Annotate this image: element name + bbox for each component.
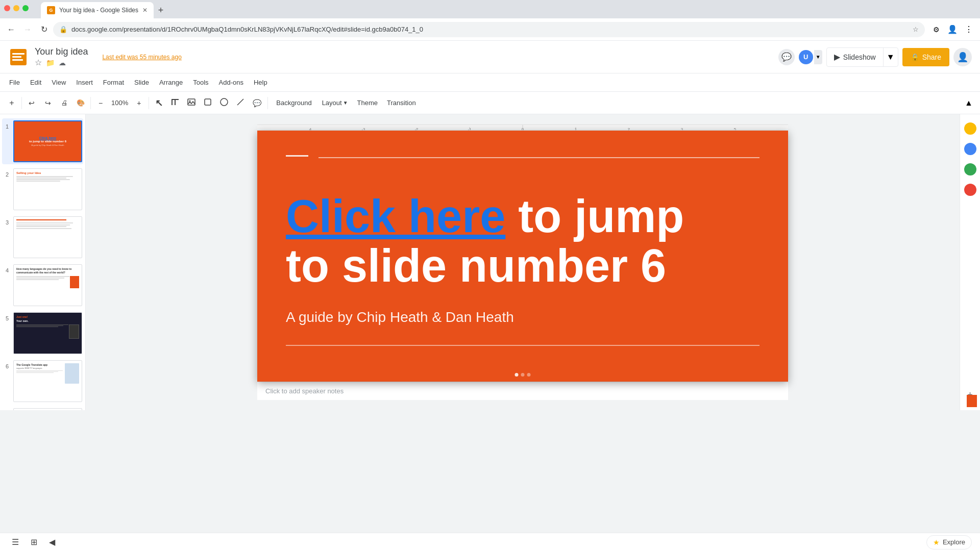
toolbar-text-btn[interactable] bbox=[167, 95, 183, 111]
cloud-icon[interactable]: ☁ bbox=[59, 59, 66, 67]
close-window-btn[interactable] bbox=[4, 5, 10, 11]
slide-link-text[interactable]: Click here bbox=[286, 191, 505, 242]
comment-icon[interactable]: 💬 bbox=[778, 49, 795, 65]
background-btn[interactable]: Background bbox=[271, 95, 316, 111]
address-bar[interactable]: 🔒 docs.google.com/presentation/d/1ROchrv… bbox=[53, 22, 925, 37]
slideshow-btn[interactable]: ▶ Slideshow bbox=[827, 48, 884, 66]
slide-thumb-3[interactable]: 3 bbox=[2, 214, 83, 260]
star-icon[interactable]: ☆ bbox=[913, 26, 919, 33]
star-favorite-icon[interactable]: ☆ bbox=[35, 58, 42, 67]
separator-3 bbox=[149, 97, 149, 109]
toolbar-zoom-in-btn[interactable]: + bbox=[131, 95, 146, 111]
slide-thumb-5[interactable]: 5 Just one! Your own. bbox=[2, 310, 83, 356]
svg-rect-7 bbox=[188, 99, 195, 105]
extensions-icon[interactable]: ⚙ bbox=[929, 22, 943, 37]
menu-tools[interactable]: Tools bbox=[188, 76, 213, 90]
profile-icon[interactable]: 👤 bbox=[945, 22, 960, 37]
view-grid-btn[interactable]: ⊞ bbox=[27, 535, 41, 549]
last-edit-label[interactable]: Last edit was 55 minutes ago bbox=[102, 54, 181, 61]
right-sidebar: + bbox=[960, 114, 980, 410]
new-tab-btn[interactable]: + bbox=[154, 3, 168, 17]
svg-point-10 bbox=[220, 98, 228, 106]
menu-format[interactable]: Format bbox=[98, 76, 129, 90]
slide-main-text-block: Click here to jump to slide number 6 bbox=[286, 192, 760, 291]
background-label: Background bbox=[276, 99, 311, 107]
canvas-area: 0 -1 1 -2 2 -3 3 4 5 Click here to ju bbox=[86, 114, 960, 410]
svg-text:1: 1 bbox=[575, 127, 577, 131]
toolbar-shape-btn[interactable] bbox=[200, 95, 215, 111]
view-list-btn[interactable]: ☰ bbox=[8, 535, 22, 549]
toolbar-collapse-btn[interactable]: ▲ bbox=[962, 96, 976, 110]
slide-subtitle: A guide by Chip Heath & Dan Heath bbox=[286, 309, 514, 325]
separator-4 bbox=[267, 97, 268, 109]
menu-slide[interactable]: Slide bbox=[129, 76, 154, 90]
chrome-menu-icon[interactable]: ⋮ bbox=[962, 22, 976, 37]
layout-arrow-icon: ▼ bbox=[343, 100, 348, 106]
svg-rect-9 bbox=[205, 99, 211, 105]
app-logo bbox=[8, 47, 29, 67]
toolbar-print-btn[interactable]: 🖨 bbox=[57, 95, 72, 111]
menu-insert[interactable]: Insert bbox=[71, 76, 98, 90]
explore-label: Explore bbox=[943, 538, 965, 546]
toolbar-line-btn[interactable] bbox=[233, 95, 248, 111]
slide-thumb-4[interactable]: 4 How many languages do you need to know… bbox=[2, 262, 83, 308]
toolbar-zoom-out-btn[interactable]: − bbox=[93, 95, 108, 111]
maximize-window-btn[interactable] bbox=[22, 5, 29, 11]
explore-btn[interactable]: ★ Explore bbox=[926, 535, 972, 549]
sidebar-dot-blue[interactable] bbox=[964, 143, 976, 155]
svg-rect-1 bbox=[12, 53, 24, 55]
toolbar-redo-btn[interactable]: ↪ bbox=[40, 95, 56, 111]
slideshow-dropdown-btn[interactable]: ▼ bbox=[884, 48, 898, 66]
browser-tab[interactable]: G Your big idea - Google Slides ✕ bbox=[41, 2, 154, 18]
slide-thumb-6[interactable]: 6 The Google Translate app supports NINE… bbox=[2, 358, 83, 404]
slide-to-jump: to jump bbox=[505, 191, 684, 242]
layout-label: Layout bbox=[322, 99, 342, 107]
menu-view[interactable]: View bbox=[46, 76, 71, 90]
layout-btn[interactable]: Layout ▼ bbox=[318, 95, 352, 111]
nav-dot bbox=[515, 373, 519, 377]
svg-rect-6 bbox=[175, 99, 176, 105]
toolbar-add-btn[interactable]: + bbox=[4, 95, 19, 111]
slide-preview-3 bbox=[13, 216, 82, 258]
minimize-window-btn[interactable] bbox=[13, 5, 19, 11]
theme-btn[interactable]: Theme bbox=[353, 95, 382, 111]
theme-label: Theme bbox=[357, 99, 378, 107]
forward-btn[interactable]: → bbox=[20, 22, 35, 37]
sidebar-dot-red[interactable] bbox=[964, 184, 976, 196]
slide-num-5: 5 bbox=[3, 315, 11, 321]
speaker-notes-area[interactable]: Click to add speaker notes bbox=[257, 382, 788, 400]
slide-line-bottom bbox=[286, 345, 760, 346]
user-avatar-btn[interactable]: 👤 bbox=[953, 48, 972, 66]
slide-thumb-2[interactable]: 2 Selling your Idea bbox=[2, 166, 83, 212]
menu-edit[interactable]: Edit bbox=[25, 76, 46, 90]
toolbar-comment-btn[interactable]: 💬 bbox=[249, 95, 264, 111]
tab-close-btn[interactable]: ✕ bbox=[142, 7, 148, 14]
menu-addons[interactable]: Add-ons bbox=[214, 76, 249, 90]
toolbar-paint-btn[interactable]: 🎨 bbox=[73, 95, 88, 111]
slide-canvas[interactable]: Click here to jump to slide number 6 A g… bbox=[257, 131, 788, 382]
menu-arrange[interactable]: Arrange bbox=[154, 76, 188, 90]
slide-thumb-7[interactable]: 7 5 Examples bbox=[2, 406, 83, 410]
sidebar-dot-green[interactable] bbox=[964, 163, 976, 176]
transition-btn[interactable]: Transition bbox=[383, 95, 420, 111]
panel-toggle-btn[interactable]: ◀ bbox=[45, 535, 59, 549]
toolbar-image-btn[interactable] bbox=[184, 95, 199, 111]
toolbar-circle-btn[interactable] bbox=[216, 95, 232, 111]
share-btn[interactable]: 🔒 Share bbox=[902, 48, 949, 66]
slide-preview-1: Click here to jump to slide number 6 A g… bbox=[13, 120, 82, 162]
app-title: Your big idea bbox=[35, 46, 88, 57]
avatar[interactable]: U bbox=[799, 50, 813, 64]
share-label: Share bbox=[922, 53, 941, 61]
menu-file[interactable]: File bbox=[4, 76, 25, 90]
toolbar-select-btn[interactable]: ↖ bbox=[151, 95, 166, 111]
back-btn[interactable]: ← bbox=[4, 22, 18, 37]
svg-text:5: 5 bbox=[734, 127, 737, 131]
avatar-dropdown[interactable]: ▼ bbox=[814, 50, 822, 64]
toolbar-undo-btn[interactable]: ↩ bbox=[24, 95, 39, 111]
sidebar-dot-yellow[interactable] bbox=[964, 122, 976, 135]
svg-text:3: 3 bbox=[681, 127, 683, 131]
menu-help[interactable]: Help bbox=[249, 76, 273, 90]
folder-icon[interactable]: 📁 bbox=[46, 59, 55, 67]
refresh-btn[interactable]: ↻ bbox=[37, 22, 51, 37]
slide-thumb-1[interactable]: 1 Click here to jump to slide number 6 A… bbox=[2, 118, 83, 164]
